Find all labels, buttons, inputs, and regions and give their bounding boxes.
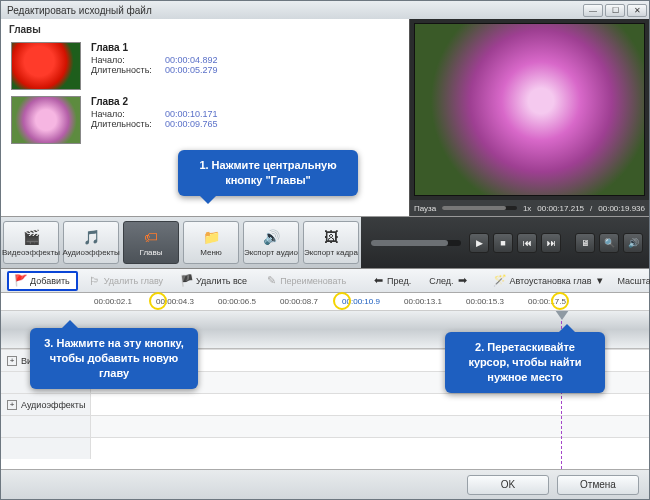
- zoom-control: Масштаб: − ＋ ⛶: [617, 275, 650, 287]
- export-frame-button[interactable]: 🖼Экспорт кадра: [303, 221, 359, 264]
- video-preview[interactable]: [414, 23, 645, 196]
- folder-icon: 📁: [201, 228, 221, 246]
- arrow-right-icon: ➡: [456, 275, 468, 287]
- chapter-thumbnail: [11, 96, 81, 144]
- wand-icon: 🪄: [494, 275, 506, 287]
- auto-chapters-button[interactable]: 🪄Автоустановка глав▾: [487, 272, 613, 290]
- chapter-title: Глава 1: [91, 42, 218, 53]
- seek-slider[interactable]: [371, 240, 461, 246]
- playback-state: Пауза: [414, 204, 436, 213]
- tutorial-callout-1: 1. Нажмите центральную кнопку "Главы": [178, 150, 358, 196]
- volume-button[interactable]: 🔊: [623, 233, 643, 253]
- titlebar: Редактировать исходный файл — ☐ ✕: [1, 1, 649, 19]
- play-button[interactable]: ▶: [469, 233, 489, 253]
- rename-chapter-button[interactable]: ✎Переименовать: [258, 272, 353, 290]
- film-icon: 🎬: [21, 228, 41, 246]
- next-frame-button[interactable]: ⏭: [541, 233, 561, 253]
- maximize-button[interactable]: ☐: [605, 4, 625, 17]
- preview-progress[interactable]: [442, 206, 517, 210]
- player-controls: ▶ ■ ⏮ ⏭ 🖥 🔍 🔊: [361, 217, 649, 268]
- chapters-button[interactable]: 🏷Главы: [123, 221, 179, 264]
- chapter-item[interactable]: Глава 1 Начало:00:00:04.892 Длительность…: [11, 42, 399, 90]
- scale-label: Масштаб:: [617, 276, 650, 286]
- fullscreen-button[interactable]: 🖥: [575, 233, 595, 253]
- time-ruler[interactable]: 00:00:02.1 00:00:04.3 00:00:06.5 00:00:0…: [1, 293, 649, 311]
- chapter-thumbnail: [11, 42, 81, 90]
- playback-speed: 1x: [523, 204, 531, 213]
- ok-button[interactable]: OK: [467, 475, 549, 495]
- window-title: Редактировать исходный файл: [7, 5, 152, 16]
- app-window: Редактировать исходный файл — ☐ ✕ Главы …: [0, 0, 650, 500]
- close-button[interactable]: ✕: [627, 4, 647, 17]
- speaker-icon: 🔊: [261, 228, 281, 246]
- image-icon: 🖼: [321, 228, 341, 246]
- track-row[interactable]: [1, 415, 649, 437]
- track-row[interactable]: [1, 437, 649, 459]
- cancel-button[interactable]: Отмена: [557, 475, 639, 495]
- time-current: 00:00:17.215: [537, 204, 584, 213]
- chapters-heading: Главы: [1, 19, 409, 38]
- preview-panel: Пауза 1x 00:00:17.215/ 00:00:19.936: [409, 19, 649, 216]
- minimize-button[interactable]: —: [583, 4, 603, 17]
- flags-icon: 🏴: [181, 275, 193, 287]
- audio-fx-track[interactable]: +Аудиоэффекты: [1, 393, 649, 415]
- chevron-down-icon: ▾: [594, 275, 606, 287]
- video-effects-button[interactable]: 🎬Видеоэффекты: [3, 221, 59, 264]
- time-total: 00:00:19.936: [598, 204, 645, 213]
- preview-status-bar: Пауза 1x 00:00:17.215/ 00:00:19.936: [410, 200, 649, 216]
- dialog-footer: OK Отмена: [1, 469, 649, 499]
- arrow-left-icon: ⬅: [372, 275, 384, 287]
- chapter-toolbar: 🚩Добавить 🏳Удалить главу 🏴Удалить все ✎П…: [1, 269, 649, 293]
- audio-effects-button[interactable]: 🎵Аудиоэффекты: [63, 221, 119, 264]
- expand-icon[interactable]: +: [7, 400, 17, 410]
- next-chapter-button[interactable]: След.➡: [422, 272, 475, 290]
- delete-all-button[interactable]: 🏴Удалить все: [174, 272, 254, 290]
- main-toolbar: 🎬Видеоэффекты 🎵Аудиоэффекты 🏷Главы 📁Меню…: [1, 217, 649, 269]
- prev-chapter-button[interactable]: ⬅Пред.: [365, 272, 418, 290]
- music-icon: 🎵: [81, 228, 101, 246]
- export-audio-button[interactable]: 🔊Экспорт аудио: [243, 221, 299, 264]
- tutorial-callout-3: 3. Нажмите на эту кнопку, чтобы добавить…: [30, 328, 198, 389]
- flag-icon: 🚩: [15, 275, 27, 287]
- prev-frame-button[interactable]: ⏮: [517, 233, 537, 253]
- chapter-item[interactable]: Глава 2 Начало:00:00:10.171 Длительность…: [11, 96, 399, 144]
- expand-icon[interactable]: +: [7, 356, 17, 366]
- tag-icon: 🏷: [141, 228, 161, 246]
- delete-chapter-button[interactable]: 🏳Удалить главу: [82, 272, 170, 290]
- chapter-title: Глава 2: [91, 96, 218, 107]
- tutorial-callout-2: 2. Перетаскивайте курсор, чтобы найти ну…: [445, 332, 605, 393]
- zoom-button[interactable]: 🔍: [599, 233, 619, 253]
- pencil-icon: ✎: [265, 275, 277, 287]
- menu-button[interactable]: 📁Меню: [183, 221, 239, 264]
- add-chapter-button[interactable]: 🚩Добавить: [7, 271, 78, 291]
- flag-x-icon: 🏳: [89, 275, 101, 287]
- stop-button[interactable]: ■: [493, 233, 513, 253]
